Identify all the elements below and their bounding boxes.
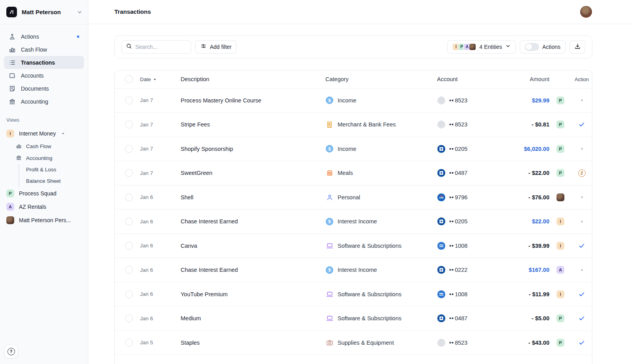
row-checkbox[interactable] [125,290,133,298]
column-header-account[interactable]: Account [437,76,506,82]
view-label: Cash Flow [26,143,51,149]
transaction-account: citi ••9796 [437,193,506,202]
view-entity-process-squad[interactable]: P Process Squad [4,187,84,200]
entity-badge: P [556,97,564,104]
view-subitem-cash-flow[interactable]: Cash Flow [4,140,84,152]
workspace-switcher[interactable]: Matt Peterson [0,0,88,24]
transaction-action[interactable] [571,221,592,223]
entities-dropdown[interactable]: I P A 4 Entities [447,40,516,54]
transaction-action[interactable] [571,269,592,271]
transaction-category[interactable]: Software & Subscriptions [325,314,437,323]
row-checkbox[interactable] [125,145,133,153]
view-label: Balance Sheet [26,178,61,184]
transaction-date: Jan 6 [133,316,172,321]
table-row[interactable]: Jan 6 YouTube Premium Software & Subscri… [115,282,592,306]
row-checkbox[interactable] [125,314,133,322]
transaction-action[interactable] [571,121,592,128]
row-checkbox[interactable] [125,121,133,128]
add-filter-button[interactable]: Add filter [195,40,237,54]
transaction-amount: - $22.00 [506,170,549,176]
row-checkbox[interactable] [125,97,133,104]
sidebar-item-cash-flow[interactable]: Cash Flow [4,43,84,56]
user-avatar[interactable] [580,6,592,18]
transaction-action[interactable] [571,291,592,298]
column-header-description[interactable]: Description [172,76,325,82]
sidebar-item-transactions[interactable]: Transactions [4,56,84,69]
transaction-category[interactable]: $ Interest Income [325,217,437,226]
actions-toggle-pill[interactable]: Actions [520,40,566,54]
page-title: Transactions [114,8,580,15]
download-button[interactable] [570,40,585,54]
table-row[interactable]: Jan 7 Shopify Sponsorship $ Income ••020… [115,137,592,161]
table-row[interactable]: Jan 6 Shell Personal citi ••9796 - $76.0… [115,185,592,210]
table-row[interactable]: Jan 7 Process Mastery Online Course $ In… [115,88,592,113]
bank-logo-icon [437,169,446,177]
table-header-row: Date Description Category Account Amount… [115,71,592,88]
table-row[interactable]: Jan 6 Chase Interest Earned $ Interest I… [115,258,592,282]
table-row[interactable]: Jan 5 Staples Supplies & Equipment ••852… [115,331,592,355]
sidebar-item-accounts[interactable]: Accounts [4,69,84,82]
sidebar-item-documents[interactable]: Documents [4,82,84,95]
row-checkbox[interactable] [125,266,133,274]
search-box[interactable] [121,40,191,54]
column-header-date[interactable]: Date [133,76,172,82]
sidebar-item-accounting[interactable]: Accounting [4,95,84,108]
transaction-action[interactable] [571,196,592,198]
transaction-description: Shell [172,194,325,201]
row-checkbox[interactable] [125,242,133,250]
view-entity-personal[interactable]: Matt Peterson Pers... [4,214,84,227]
view-entity-az-rentals[interactable]: A AZ Rentals [4,200,84,214]
transaction-account: ••8523 [437,120,506,129]
transaction-category[interactable]: $ Merchant & Bank Fees [325,121,437,129]
view-subitem-profit-loss[interactable]: Profit & Loss [26,164,84,175]
transaction-category[interactable]: Meals [325,169,437,177]
transaction-action[interactable] [571,315,592,322]
row-checkbox[interactable] [125,169,133,177]
table-row[interactable]: Jan 7 SweetGreen Meals ••0487 - $22.00 P… [115,161,592,185]
transaction-date: Jan 6 [133,243,172,249]
transaction-category[interactable]: $ Interest Income [325,266,437,274]
sidebar-item-actions[interactable]: Actions [4,30,84,43]
column-header-action[interactable]: Action [571,76,592,82]
help-button[interactable]: ? [4,344,18,358]
transaction-action[interactable]: 2 [571,169,592,177]
view-subitem-balance-sheet[interactable]: Balance Sheet [26,175,84,187]
view-entity-internet-money[interactable]: I Internet Money [4,127,84,140]
transaction-description: Process Mastery Online Course [172,97,325,104]
column-header-amount[interactable]: Amount [506,76,549,82]
row-checkbox[interactable] [125,193,133,201]
transaction-description: SweetGreen [172,170,325,176]
transaction-category[interactable]: $ Income [325,96,437,104]
row-checkbox[interactable] [125,339,133,347]
bank-logo-icon [437,290,446,299]
search-input[interactable] [135,44,183,50]
transaction-action[interactable] [571,339,592,346]
avatar [6,216,14,224]
view-label: Process Squad [19,190,56,197]
transaction-action[interactable] [571,99,592,101]
avatar [469,43,476,50]
table-row[interactable]: Jan 6 Canva Software & Subscriptions ••1… [115,234,592,258]
transaction-description: Canva [172,243,325,249]
table-row[interactable]: Jan 7 Stripe Fees $ Merchant & Bank Fees… [115,112,592,137]
transaction-category[interactable]: Software & Subscriptions [325,290,437,298]
transaction-action[interactable] [571,242,592,249]
column-header-category[interactable]: Category [325,76,437,82]
transaction-category[interactable]: Supplies & Equipment [325,338,437,347]
view-label: Matt Peterson Pers... [19,217,71,223]
row-checkbox[interactable] [125,217,133,225]
download-icon [574,43,581,51]
actions-toggle[interactable] [525,43,539,51]
bank-logo-icon [437,314,446,323]
transaction-date: Jan 6 [133,291,172,297]
transaction-category[interactable]: $ Income [325,145,437,153]
transaction-action[interactable] [571,148,592,150]
sidebar-item-label: Accounting [21,98,79,105]
transaction-category[interactable]: Software & Subscriptions [325,241,437,250]
view-subitem-accounting[interactable]: Accounting [4,152,84,164]
table-row[interactable]: Jan 6 Chase Interest Earned $ Interest I… [115,209,592,234]
transaction-category[interactable]: Personal [325,193,437,201]
transactions-table: Date Description Category Account Amount… [114,70,592,364]
table-row[interactable]: Jan 6 Medium Software & Subscriptions ••… [115,306,592,331]
select-all-checkbox[interactable] [125,75,133,83]
